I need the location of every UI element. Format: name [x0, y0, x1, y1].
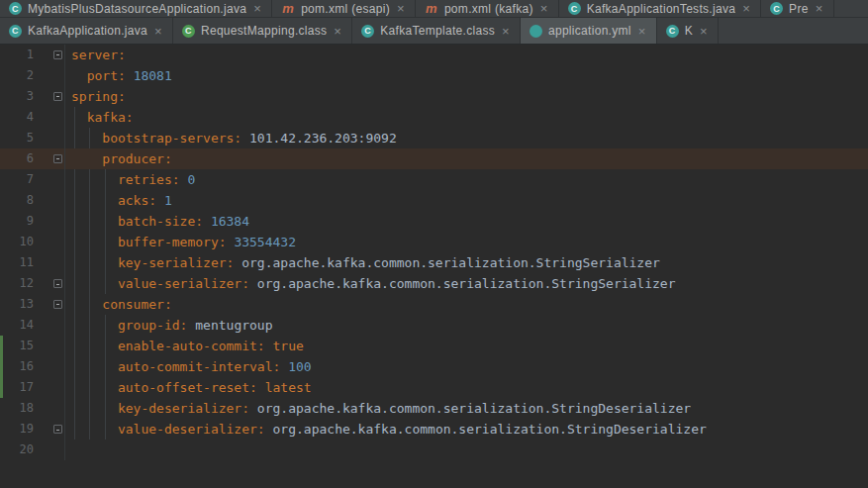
- fold-gutter: [34, 232, 65, 252]
- fold-gutter: [34, 336, 65, 356]
- line-number[interactable]: 10: [0, 232, 34, 252]
- tab-label: application.yml: [548, 24, 631, 38]
- close-icon[interactable]: ×: [252, 2, 261, 15]
- close-icon[interactable]: ×: [699, 25, 708, 38]
- tab-label: Pre: [789, 2, 809, 16]
- fold-collapse-icon[interactable]: [53, 92, 62, 101]
- close-icon[interactable]: ×: [501, 25, 510, 38]
- editor-line[interactable]: 13 consumer:: [0, 294, 868, 315]
- fold-gutter: [34, 45, 65, 65]
- code-text: group-id: mentugroup: [65, 315, 273, 336]
- maven-icon: m: [425, 2, 438, 16]
- tab-pre[interactable]: CPre×: [761, 0, 833, 17]
- fold-gutter: [34, 211, 65, 232]
- line-number[interactable]: 18: [0, 398, 34, 419]
- close-icon[interactable]: ×: [815, 2, 823, 15]
- editor-line[interactable]: 16 auto-commit-interval: 100: [0, 356, 868, 377]
- tab-bar-row-1: CMybatisPlusDatasourceApplication.java×m…: [0, 0, 868, 18]
- editor-line[interactable]: 12 value-serializer: org.apache.kafka.co…: [0, 273, 868, 294]
- line-number[interactable]: 12: [0, 273, 34, 294]
- code-text: value-serializer: org.apache.kafka.commo…: [65, 273, 676, 294]
- editor-line[interactable]: 8 acks: 1: [0, 190, 868, 211]
- tab-kafkatemplate-class[interactable]: CKafkaTemplate.class×: [352, 18, 521, 44]
- line-number[interactable]: 20: [0, 439, 34, 460]
- line-number[interactable]: 7: [0, 169, 34, 190]
- editor-line[interactable]: 17 auto-offset-reset: latest: [0, 377, 868, 398]
- editor-line[interactable]: 7 retries: 0: [0, 169, 868, 190]
- editor-line[interactable]: 4 kafka:: [0, 107, 868, 128]
- close-icon[interactable]: ×: [637, 25, 646, 38]
- editor[interactable]: 1server:2 port: 180813spring:4 kafka:5 b…: [0, 45, 868, 488]
- editor-line[interactable]: 5 bootstrap-servers: 101.42.236.203:9092: [0, 128, 868, 148]
- line-number[interactable]: 19: [0, 419, 34, 439]
- close-icon[interactable]: ×: [741, 2, 750, 15]
- editor-line[interactable]: 19 value-deserializer: org.apache.kafka.…: [0, 419, 868, 439]
- tab-k[interactable]: CK×: [657, 18, 719, 44]
- editor-line[interactable]: 3spring:: [0, 86, 868, 107]
- fold-gutter: [34, 294, 65, 315]
- editor-line[interactable]: 10 buffer-memory: 33554432: [0, 232, 868, 252]
- code-text: key-deserializer: org.apache.kafka.commo…: [65, 398, 691, 419]
- line-number[interactable]: 4: [0, 107, 34, 128]
- tab-requestmapping-class[interactable]: CRequestMapping.class×: [173, 18, 352, 44]
- line-number[interactable]: 9: [0, 211, 34, 232]
- fold-gutter: [34, 315, 65, 336]
- tab-mybatisplusdatasourceapplication-java[interactable]: CMybatisPlusDatasourceApplication.java×: [0, 0, 272, 17]
- code-text: enable-auto-commit: true: [65, 336, 304, 356]
- fold-gutter: [34, 148, 65, 169]
- yaml-icon: [530, 25, 542, 38]
- editor-lines: 1server:2 port: 180813spring:4 kafka:5 b…: [0, 45, 868, 460]
- code-text: producer:: [65, 148, 172, 169]
- close-icon[interactable]: ×: [333, 25, 341, 38]
- code-text: value-deserializer: org.apache.kafka.com…: [65, 419, 707, 439]
- line-number[interactable]: 16: [0, 356, 34, 377]
- line-number[interactable]: 11: [0, 252, 34, 273]
- editor-line[interactable]: 1server:: [0, 45, 868, 65]
- tab-pom-xml-esapi[interactable]: mpom.xml (esapi)×: [272, 0, 416, 17]
- tab-label: pom.xml (kafka): [444, 2, 533, 16]
- tab-application-yml[interactable]: application.yml×: [521, 18, 657, 44]
- java-class-icon: C: [666, 25, 679, 38]
- editor-line[interactable]: 20: [0, 439, 868, 460]
- tab-kafkaapplication-java[interactable]: CKafkaApplication.java×: [0, 18, 173, 44]
- line-number[interactable]: 8: [0, 190, 34, 211]
- fold-collapse-icon[interactable]: [53, 50, 62, 59]
- editor-line[interactable]: 14 group-id: mentugroup: [0, 315, 868, 336]
- code-text: port: 18081: [65, 65, 172, 86]
- close-icon[interactable]: ×: [396, 2, 405, 15]
- fold-gutter: [34, 65, 65, 86]
- line-number[interactable]: 15: [0, 336, 34, 356]
- tab-pom-xml-kafka[interactable]: mpom.xml (kafka)×: [416, 0, 559, 17]
- fold-end-icon[interactable]: [53, 279, 62, 288]
- line-number[interactable]: 6: [0, 148, 34, 169]
- editor-line[interactable]: 2 port: 18081: [0, 65, 868, 86]
- fold-gutter: [34, 169, 65, 190]
- line-number[interactable]: 17: [0, 377, 34, 398]
- code-text: spring:: [65, 86, 126, 107]
- tab-kafkaapplicationtests-java[interactable]: CKafkaApplicationTests.java×: [559, 0, 761, 17]
- java-class-icon: C: [568, 2, 581, 15]
- editor-line[interactable]: 18 key-deserializer: org.apache.kafka.co…: [0, 398, 868, 419]
- tab-label: RequestMapping.class: [201, 24, 327, 38]
- code-text: acks: 1: [65, 190, 172, 211]
- code-text: kafka:: [65, 107, 134, 128]
- fold-collapse-icon[interactable]: [53, 300, 62, 309]
- line-number[interactable]: 14: [0, 315, 34, 336]
- editor-line[interactable]: 15 enable-auto-commit: true: [0, 336, 868, 356]
- line-number[interactable]: 1: [0, 45, 34, 65]
- close-icon[interactable]: ×: [153, 25, 162, 38]
- close-icon[interactable]: ×: [539, 2, 548, 15]
- line-number[interactable]: 3: [0, 86, 34, 107]
- class-green-icon: C: [182, 25, 195, 38]
- editor-line[interactable]: 11 key-serializer: org.apache.kafka.comm…: [0, 252, 868, 273]
- line-number[interactable]: 2: [0, 65, 34, 86]
- editor-line[interactable]: 9 batch-size: 16384: [0, 211, 868, 232]
- fold-end-icon[interactable]: [53, 425, 62, 434]
- line-number[interactable]: 5: [0, 128, 34, 148]
- tab-label: pom.xml (esapi): [301, 2, 390, 16]
- line-number[interactable]: 13: [0, 294, 34, 315]
- tab-label: KafkaTemplate.class: [380, 24, 495, 38]
- editor-line[interactable]: 6 producer:: [0, 148, 868, 169]
- code-text: bootstrap-servers: 101.42.236.203:9092: [65, 128, 397, 148]
- fold-collapse-icon[interactable]: [53, 154, 62, 163]
